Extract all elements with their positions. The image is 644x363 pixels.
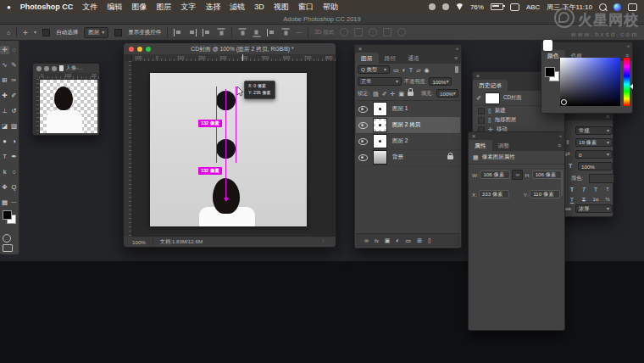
home-icon[interactable]: ⌂: [7, 30, 10, 36]
gradient-tool[interactable]: ▨: [11, 123, 17, 130]
crop-tool[interactable]: ⊞: [2, 77, 7, 84]
menu-edit[interactable]: 编辑: [107, 2, 122, 13]
auto-select-target-dropdown[interactable]: 图层 ▾: [84, 27, 108, 38]
close-button[interactable]: [36, 66, 42, 71]
menu-image[interactable]: 图像: [131, 2, 147, 13]
layer-thumbnail[interactable]: [373, 134, 387, 148]
layer-row-2-selected[interactable]: 图层 2 拷贝: [356, 117, 460, 134]
close-button[interactable]: [129, 47, 134, 52]
all-caps-button[interactable]: T: [591, 184, 601, 194]
layer-thumbnail[interactable]: [373, 150, 387, 165]
hand-tool[interactable]: ✥: [2, 184, 7, 191]
menu-type[interactable]: 文字: [180, 2, 196, 13]
delete-layer-icon[interactable]: ▯: [428, 237, 431, 244]
x-field[interactable]: 333 像素: [479, 190, 509, 198]
hue-slider-arrow-icon[interactable]: [630, 84, 633, 89]
collapse-icon[interactable]: «: [627, 42, 629, 50]
font-style-dropdown[interactable]: 常规 ▾: [575, 126, 613, 135]
align-top-icon[interactable]: [218, 28, 225, 36]
minimize-button[interactable]: [137, 47, 142, 52]
screen-mode-icon[interactable]: [3, 244, 13, 252]
lock-pixels-icon[interactable]: ✐: [382, 91, 387, 97]
artboard-tool[interactable]: ▦: [2, 199, 8, 206]
tracking-field[interactable]: 0 ▾: [575, 150, 613, 159]
show-transform-checkbox[interactable]: [114, 29, 122, 36]
more-options-icon[interactable]: ⋯: [296, 30, 302, 36]
snapshot-thumbnail[interactable]: [485, 92, 500, 104]
filter-toggle[interactable]: [455, 66, 458, 73]
faux-bold-button[interactable]: T: [567, 184, 577, 194]
battery-icon[interactable]: [491, 3, 503, 10]
lock-transparency-icon[interactable]: ▨: [373, 91, 379, 97]
cd-doc-titlebar[interactable]: CD封面 @ 100% (图层 2 拷贝, RGB/8) *: [124, 43, 336, 54]
status-app-icon-2[interactable]: [442, 3, 449, 10]
layer-row-1[interactable]: 图层 1: [356, 101, 460, 118]
layer-row-background[interactable]: 背景: [356, 149, 460, 166]
new-group-icon[interactable]: ▭: [406, 237, 412, 244]
layer-thumbnail[interactable]: [373, 102, 387, 116]
lock-all-icon[interactable]: [408, 92, 414, 96]
zoom-button[interactable]: [52, 66, 57, 71]
align-bottom-icon[interactable]: [253, 28, 261, 36]
background-lock-icon[interactable]: [447, 155, 453, 159]
filter-adjustment-icon[interactable]: ◐: [402, 67, 406, 73]
clone-stamp-tool[interactable]: ⊥: [2, 108, 8, 114]
font-size-field[interactable]: 19 像素 ▾: [575, 138, 613, 147]
filter-smart-icon[interactable]: ◉: [425, 67, 430, 73]
link-layers-icon[interactable]: ∞: [364, 237, 369, 243]
link-wh-icon[interactable]: ∞: [512, 170, 523, 180]
menu-file[interactable]: 文件: [82, 2, 97, 13]
hue-slider[interactable]: [624, 58, 630, 106]
type-tool[interactable]: T: [3, 154, 7, 160]
visibility-toggle[interactable]: [356, 138, 369, 145]
blend-mode-dropdown[interactable]: 正常 ▾: [358, 77, 402, 86]
lock-artboard-icon[interactable]: ▣: [398, 91, 404, 97]
visibility-toggle[interactable]: [356, 122, 369, 129]
panel-menu-icon[interactable]: ≡: [454, 53, 458, 64]
y-field[interactable]: 110 像素: [530, 190, 560, 198]
menu-view[interactable]: 视图: [274, 2, 289, 13]
layer-row-3[interactable]: 图层 2: [356, 133, 460, 150]
saturation-brightness-field[interactable]: [560, 58, 620, 106]
menu-layer[interactable]: 图层: [156, 2, 171, 13]
eraser-tool[interactable]: ◪: [2, 123, 8, 130]
close-icon[interactable]: ×: [358, 45, 362, 53]
edit-toolbar-icon[interactable]: ⋯: [11, 199, 18, 206]
pen-tool[interactable]: ✒: [11, 154, 16, 160]
filter-type-dropdown[interactable]: Q类型 ▾: [358, 65, 390, 74]
quick-mask-icon[interactable]: [3, 234, 11, 243]
tab-history[interactable]: 历史记录: [473, 80, 508, 91]
tool-preset-caret-icon[interactable]: ▾: [34, 30, 36, 35]
healing-brush-tool[interactable]: ✚: [2, 92, 7, 99]
collapse-icon[interactable]: «: [456, 45, 458, 53]
filter-shape-icon[interactable]: ▱: [416, 67, 420, 73]
dodge-tool[interactable]: ◑: [12, 138, 16, 145]
add-mask-icon[interactable]: ▣: [385, 237, 391, 244]
filter-pixel-icon[interactable]: ▭: [393, 67, 399, 73]
new-adjustment-icon[interactable]: ◐: [396, 237, 399, 243]
zoom-button[interactable]: [146, 47, 151, 52]
minimize-button[interactable]: [44, 66, 49, 71]
close-icon[interactable]: ×: [472, 132, 475, 140]
canvas[interactable]: 132 像素 132 像素 X: 0 像素 Y: 236 像素: [150, 73, 307, 226]
fractions-button[interactable]: ½: [602, 194, 613, 204]
align-center-h-icon[interactable]: [188, 29, 197, 36]
panel-menu-icon[interactable]: ≡: [558, 140, 561, 151]
quick-select-tool[interactable]: ✎: [11, 62, 16, 69]
tab-paths[interactable]: 路径: [379, 53, 402, 64]
align-left-icon[interactable]: [174, 29, 182, 36]
visibility-toggle[interactable]: [356, 154, 369, 161]
distribute-h-icon[interactable]: [267, 29, 275, 36]
ordinals-button[interactable]: 1st: [591, 194, 601, 204]
shape-tool[interactable]: ○: [12, 169, 16, 176]
menu-window[interactable]: 窗口: [298, 2, 314, 13]
wifi-icon[interactable]: [456, 3, 464, 10]
lasso-tool[interactable]: ∿: [2, 62, 7, 69]
height-field[interactable]: 106 像素: [532, 170, 563, 179]
strikethrough-button[interactable]: T: [579, 194, 589, 204]
tab-adjustments[interactable]: 调整: [492, 140, 516, 151]
collapse-icon[interactable]: «: [559, 132, 561, 140]
align-middle-icon[interactable]: [239, 28, 247, 36]
blur-tool[interactable]: ●: [3, 138, 7, 145]
eyedropper-tool[interactable]: ✑: [11, 77, 16, 84]
